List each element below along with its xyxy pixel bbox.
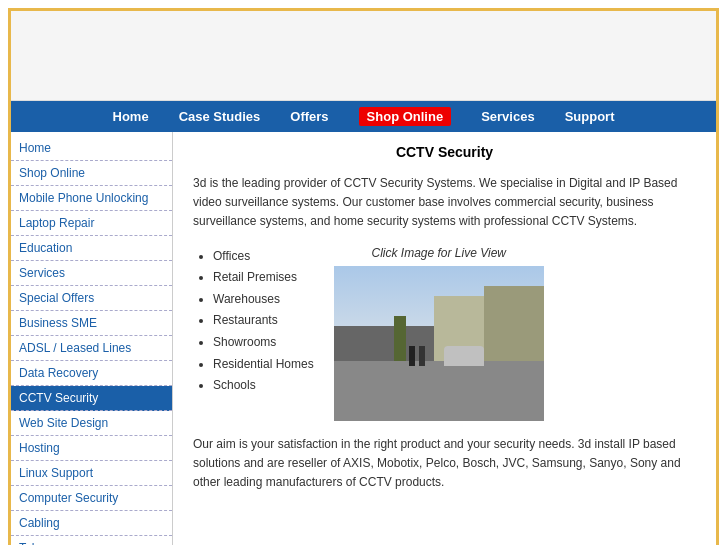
nav-bar: Home Case Studies Offers Shop Online Ser…: [11, 101, 716, 132]
sidebar-item-laptop-repair[interactable]: Laptop Repair: [11, 211, 172, 236]
person1: [419, 346, 425, 366]
nav-shop-online[interactable]: Shop Online: [359, 107, 452, 126]
nav-support[interactable]: Support: [565, 109, 615, 124]
cctv-image[interactable]: [334, 266, 544, 421]
sidebar: Home Shop Online Mobile Phone Unlocking …: [11, 132, 173, 545]
nav-services[interactable]: Services: [481, 109, 535, 124]
content-area: CCTV Security 3d is the leading provider…: [173, 132, 716, 545]
nav-offers[interactable]: Offers: [290, 109, 328, 124]
main-layout: Home Shop Online Mobile Phone Unlocking …: [11, 132, 716, 545]
sidebar-item-special-offers[interactable]: Special Offers: [11, 286, 172, 311]
car: [444, 346, 484, 366]
sidebar-item-business-sme[interactable]: Business SME: [11, 311, 172, 336]
list-item: Warehouses: [213, 289, 314, 311]
list-item: Showrooms: [213, 332, 314, 354]
sidebar-item-computer-security[interactable]: Computer Security: [11, 486, 172, 511]
road: [334, 361, 544, 421]
bottom-text: Our aim is your satisfaction in the righ…: [193, 435, 696, 493]
list-item: Restaurants: [213, 310, 314, 332]
sidebar-item-cabling[interactable]: Cabling: [11, 511, 172, 536]
sidebar-item-mobile-phone-unlocking[interactable]: Mobile Phone Unlocking: [11, 186, 172, 211]
live-view-label: Click Image for Live View: [371, 246, 506, 260]
intro-text: 3d is the leading provider of CCTV Secur…: [193, 174, 696, 232]
list-item: Schools: [213, 375, 314, 397]
live-view-section: Click Image for Live View: [334, 246, 544, 421]
sidebar-item-home[interactable]: Home: [11, 136, 172, 161]
sidebar-item-telecoms[interactable]: Telecoms: [11, 536, 172, 545]
nav-case-studies[interactable]: Case Studies: [179, 109, 261, 124]
sidebar-item-data-recovery[interactable]: Data Recovery: [11, 361, 172, 386]
page-title: CCTV Security: [193, 144, 696, 160]
tree: [394, 316, 406, 366]
list-item: Offices: [213, 246, 314, 268]
sidebar-item-hosting[interactable]: Hosting: [11, 436, 172, 461]
nav-home[interactable]: Home: [113, 109, 149, 124]
sidebar-item-web-site-design[interactable]: Web Site Design: [11, 411, 172, 436]
sidebar-item-adsl-leased-lines[interactable]: ADSL / Leased Lines: [11, 336, 172, 361]
outer-border: Home Case Studies Offers Shop Online Ser…: [8, 8, 719, 545]
list-item: Retail Premises: [213, 267, 314, 289]
sidebar-item-linux-support[interactable]: Linux Support: [11, 461, 172, 486]
content-columns: Offices Retail Premises Warehouses Resta…: [193, 246, 696, 421]
sidebar-item-shop-online[interactable]: Shop Online: [11, 161, 172, 186]
sidebar-item-cctv-security[interactable]: CCTV Security: [11, 386, 172, 411]
sidebar-item-education[interactable]: Education: [11, 236, 172, 261]
bullet-list: Offices Retail Premises Warehouses Resta…: [193, 246, 314, 421]
list-item: Residential Homes: [213, 354, 314, 376]
sidebar-item-services[interactable]: Services: [11, 261, 172, 286]
ad-banner: [11, 11, 716, 101]
person2: [409, 346, 415, 366]
